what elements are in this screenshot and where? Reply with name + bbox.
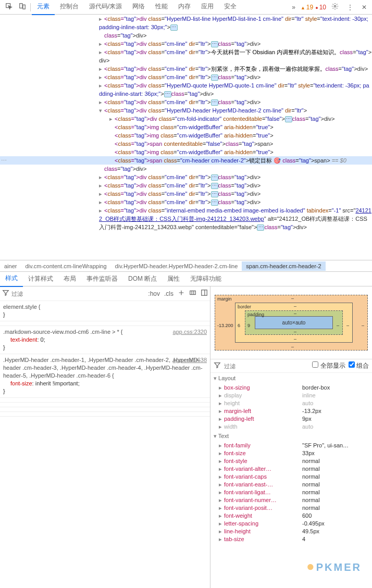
settings-icon[interactable] [328,1,342,14]
computed-row[interactable]: heightauto [210,399,372,407]
computed-row[interactable]: margin-left-13.2px [210,407,372,415]
computed-row[interactable]: font-stylenormal [210,457,372,465]
dom-node[interactable]: <class="tag">img class="cm-widgetBuffer"… [0,123,372,131]
css-rule[interactable]: </span><div class="sel">.heading-decorat… [0,321,210,326]
dom-node[interactable]: <class="tag">img class="cm-widgetBuffer"… [0,148,372,156]
dom-node[interactable]: ▸<class="tag">div class="cm-line" dir="l… [0,190,372,198]
computed-row[interactable]: displayinline [210,392,372,399]
box-model[interactable]: margin – -13.200 – – border – 6 – – padd… [210,286,372,359]
subtab-styles[interactable]: 样式 [0,271,23,287]
computed-row[interactable]: box-sizingborder-box [210,384,372,392]
computed-row[interactable]: font-variant-capsnormal [210,473,372,481]
dom-node[interactable]: ▸<class="tag">div class="cm-line" dir="l… [0,48,372,65]
separator [30,3,31,11]
more-tabs-icon[interactable]: » [289,2,299,13]
subtab-a11y[interactable]: 无障碍功能 [185,271,227,286]
breadcrumb-item[interactable]: div.cm-content.cm-lineWrapping [21,261,110,271]
computed-row[interactable]: font-variant-posit…normal [210,504,372,512]
devtools-toolbar: 元素 控制台 源代码/来源 网络 性能 内存 应用 安全 » 19 10 ⋮ ✕ [0,0,372,15]
tab-memory[interactable]: 内存 [173,0,196,15]
breadcrumb-item[interactable]: div.HyperMD-header.HyperMD-header-2.cm-l… [111,261,242,271]
computed-row[interactable]: letter-spacing-0.495px [210,520,372,528]
tab-sources[interactable]: 源代码/来源 [84,0,127,15]
dom-node[interactable]: ▸<class="tag">div class="HyperMD-quote H… [0,81,372,98]
computed-row[interactable]: font-family"SF Pro", ui-san… [210,442,372,449]
flexbox-icon[interactable] [189,289,196,298]
dom-node[interactable]: ⋯<class="tag">span class="cm-header cm-h… [0,156,372,165]
dom-node[interactable]: ▸<class="tag">div class="cm-line" dir="l… [0,65,372,73]
tab-network[interactable]: 网络 [127,0,150,15]
dom-node[interactable]: ▸<class="tag">div class="cm-line" dir="l… [0,198,372,206]
computed-row[interactable]: padding-left9px [210,415,372,423]
css-rule[interactable]: element.style {} [0,301,210,321]
computed-row[interactable]: font-variant-ligat…normal [210,489,372,496]
tab-security[interactable]: 安全 [219,0,242,15]
margin-left-value: -13.200 [217,323,233,328]
styles-pane: :hov .cls element.style {}</span><div cl… [0,286,210,588]
inspect-icon[interactable] [2,1,16,14]
new-rule-icon[interactable] [178,289,185,298]
cls-toggle[interactable]: .cls [164,290,173,297]
computed-row[interactable]: font-weight600 [210,512,372,520]
tab-console[interactable]: 控制台 [55,0,84,15]
dom-node[interactable]: ▸<class="tag">div class="HyperMD-list-li… [0,15,372,31]
dom-node[interactable]: ▸<class="tag">div class="cm-line" dir="l… [0,98,372,106]
css-rule[interactable]: app.css:9638.HyperMD-header .cm-header-1… [0,354,210,398]
computed-row[interactable]: font-variant-east-…normal [210,481,372,489]
dom-node[interactable]: <class="tag">span contenteditable="false… [0,140,372,148]
dom-node[interactable]: ▸<class="tag">div class="cm-line" dir="l… [0,181,372,190]
computed-row[interactable]: font-variant-numer…normal [210,496,372,504]
breadcrumb[interactable]: ainer div.cm-content.cm-lineWrapping div… [0,260,372,272]
computed-toolbar: 全部显示 组合 [210,359,372,373]
rule-source[interactable]: app.css:2320 [173,328,207,336]
computed-row[interactable]: tab-size4 [210,535,372,543]
computed-list[interactable]: Layoutbox-sizingborder-boxdisplayinlineh… [210,373,372,588]
kebab-icon[interactable]: ⋮ [344,2,356,13]
computed-section[interactable]: Layout [210,373,372,384]
dom-node[interactable]: ▾<class="tag">div class="HyperMD-header … [0,106,372,115]
breadcrumb-item-selected[interactable]: span.cm-header.cm-header-2 [242,261,325,271]
dom-node[interactable]: ▸<class="tag">div class="cm-line" dir="l… [0,40,372,48]
subtab-listeners[interactable]: 事件监听器 [81,271,123,286]
computed-row[interactable]: font-size33px [210,449,372,457]
subtab-computed[interactable]: 计算样式 [23,271,58,286]
computed-filter-input[interactable] [224,363,309,369]
rule-source[interactable]: app.css:9638 [173,356,207,364]
css-rule[interactable]: </span><div class="sel">* {</div><div st… [0,407,210,412]
breadcrumb-partial[interactable]: ainer [0,261,21,271]
dom-node[interactable]: class="tag">div> [0,165,372,173]
subtab-props[interactable]: 属性 [162,271,185,286]
dom-node[interactable]: ▸<class="tag">div class="cm-line" dir="l… [0,173,372,181]
padding-left-value: 9 [247,323,250,328]
css-rule[interactable]: app.css:2320.markdown-source-view.mod-cm… [0,326,210,354]
tab-application[interactable]: 应用 [196,0,219,15]
warnings-badge[interactable]: 19 [301,4,313,11]
css-rule[interactable]: </span><div class="sel">* {</div><div st… [0,398,210,403]
errors-badge[interactable]: 10 [315,4,326,11]
close-icon[interactable]: ✕ [358,2,370,13]
css-rule[interactable]: </span><div class="sel">* {</div><div st… [0,412,210,417]
computed-row[interactable]: font-variant-alter…normal [210,465,372,473]
dom-node[interactable]: <class="tag">img class="cm-widgetBuffer"… [0,131,372,140]
css-rule[interactable]: </span><div class="sel">* {</div><div st… [0,403,210,407]
device-icon[interactable] [16,1,29,14]
tab-elements[interactable]: 元素 [32,0,55,15]
dom-node[interactable]: ▸<class="tag">div class="cm-line" dir="l… [0,73,372,81]
dom-tree[interactable]: ▸<class="tag">div class="HyperMD-list-li… [0,15,372,260]
dom-node[interactable]: class="tag">div> [0,31,372,40]
padding-label: padding [247,312,264,317]
show-all-checkbox[interactable]: 全部显示 [312,361,345,370]
computed-panel-icon[interactable] [201,289,208,298]
computed-row[interactable]: line-height49.5px [210,528,372,535]
computed-row[interactable]: widthauto [210,423,372,431]
styles-filter-input[interactable] [11,291,48,297]
subtab-dombreak[interactable]: DOM 断点 [123,271,162,286]
hov-toggle[interactable]: :hov [148,290,160,297]
dom-node[interactable]: ▸<class="tag">div class="internal-embed … [0,206,372,231]
styles-rules[interactable]: element.style {}</span><div class="sel">… [0,301,210,588]
dom-node[interactable]: ▸<class="tag">div class="cm-fold-indicat… [0,115,372,123]
computed-section[interactable]: Text [210,431,372,442]
tab-performance[interactable]: 性能 [150,0,173,15]
group-checkbox[interactable]: 组合 [349,361,369,370]
subtab-layout[interactable]: 布局 [58,271,81,286]
